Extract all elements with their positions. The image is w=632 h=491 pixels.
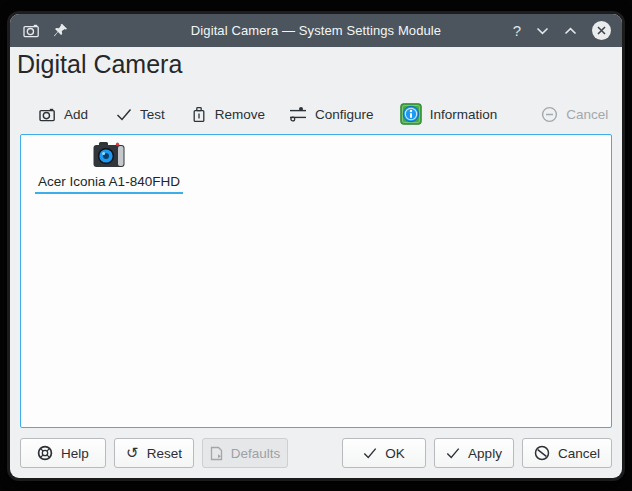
reset-button[interactable]: ↺ Reset [114,438,194,468]
document-revert-icon [210,446,223,461]
sliders-icon [289,106,307,122]
information-button[interactable]: Information [390,96,508,132]
camera-item-label: Acer Iconia A1-840FHD [35,174,183,194]
titlebar-left-icons [23,14,68,47]
titlebar-buttons: ? [513,14,611,47]
ok-button[interactable]: OK [342,438,426,468]
remove-camera-button[interactable]: Remove [181,96,275,132]
add-camera-button[interactable]: Add [29,96,98,132]
camera-icon [93,141,125,168]
footer-left-buttons: Help ↺ Reset Defaults [20,438,288,468]
defaults-button: Defaults [202,438,288,468]
screen-background: Digital Camera — System Settings Module … [0,0,632,491]
lifebuoy-icon [37,445,53,461]
configure-camera-button[interactable]: Configure [279,96,384,132]
pin-icon[interactable] [53,23,68,38]
settings-window: Digital Camera — System Settings Module … [10,14,622,478]
camera-list[interactable]: Acer Iconia A1-840FHD [20,134,612,428]
check-icon [363,447,377,459]
trash-icon [191,106,207,123]
cancel-operation-button: Cancel [531,96,618,132]
close-button[interactable] [592,21,611,40]
info-icon [400,103,422,125]
maximize-button[interactable] [564,27,577,35]
camera-outline-icon [39,107,56,122]
check-icon [116,108,132,121]
app-camera-icon[interactable] [23,23,40,38]
window-title: Digital Camera — System Settings Module [191,23,441,38]
check-icon [446,447,460,459]
minimize-button[interactable] [536,27,549,35]
undo-icon: ↺ [126,446,139,461]
context-help-button[interactable]: ? [513,23,521,38]
apply-button[interactable]: Apply [434,438,514,468]
page-title: Digital Camera [17,50,182,79]
prohibition-icon [534,445,550,461]
test-camera-button[interactable]: Test [106,96,175,132]
cancel-button[interactable]: Cancel [522,438,612,468]
circled-dash-icon [541,106,558,123]
toolbar: Add Test Remove Configure [29,96,612,132]
help-button[interactable]: Help [20,438,106,468]
titlebar[interactable]: Digital Camera — System Settings Module … [10,14,622,47]
camera-list-item[interactable]: Acer Iconia A1-840FHD [29,141,189,194]
footer-right-buttons: OK Apply Cancel [342,438,612,468]
